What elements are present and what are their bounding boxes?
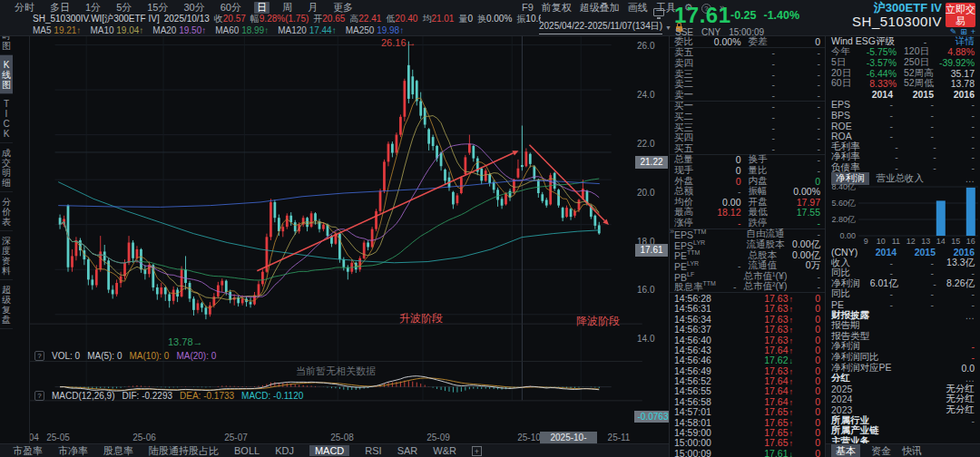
symbol-quote-line: SH_510300IV.WI[沪300ETF IV]2025/10/13收20.…	[33, 14, 541, 24]
ma-legend-MA20: MA20 19.50↑	[152, 25, 206, 35]
vol-legend-item: MA(5): 0	[87, 351, 122, 361]
indicator-tab-市盈率[interactable]: 市盈率	[13, 444, 43, 457]
indicator-tab-SAR[interactable]: SAR	[397, 445, 418, 456]
ma-legend-MA250: MA250 19.98↑	[346, 25, 405, 35]
quote-field-收: 收20.57	[214, 14, 246, 24]
indicator-tab-MACD[interactable]: MACD	[309, 445, 349, 456]
tool-超级叠加[interactable]: 超级叠加	[580, 2, 620, 14]
sidebar-item-K线图[interactable]: K 线 图	[0, 55, 13, 94]
tape-row: 15:00:0017.65↑0	[670, 438, 825, 448]
stat-row: 涨停-跌停-	[670, 218, 825, 228]
bid-ask-ratio-row: 委比0.00%委差0	[670, 36, 825, 47]
capital-stats: EPSTTM自由流通-EPSLYR流通股本0.00亿PETTM总股本0.00亿P…	[670, 229, 825, 294]
svg-text:11: 11	[892, 237, 900, 246]
period-tab-日[interactable]: 日	[254, 2, 270, 14]
profit-bar-chart: 8.40亿5.60亿2.80亿0.00910111213141516	[826, 183, 980, 247]
mini-icons: ✎ ⊞ +	[950, 28, 975, 35]
period-tab-多日[interactable]: 多日	[47, 2, 73, 14]
change-percent: -1.40%	[764, 9, 800, 22]
volume-legend: ?VOL: 0MA(5): 0MA(10): 0MA(20): 0	[34, 350, 216, 361]
info-panel: Wind ESG评级-详情今年-5.75%120日4.88%5日-3.57%25…	[826, 36, 980, 457]
indicator-tab-市净率[interactable]: 市净率	[58, 444, 88, 457]
macd-legend-item: DEA: -0.1733	[180, 391, 234, 401]
add-icon[interactable]: +	[971, 28, 975, 35]
indicator-tab-RSI[interactable]: RSI	[365, 445, 381, 456]
period-tab-分时[interactable]: 分时	[12, 2, 37, 14]
overlay-icon[interactable]: ⊞	[960, 28, 967, 35]
indicator-tab-BOLL[interactable]: BOLL	[234, 445, 260, 456]
indicator-tab-bar: 市盈率市净率股息率陆股通持股占比BOLLKDJMACDRSISARW&R+	[0, 443, 669, 457]
period-tab-30分[interactable]: 30分	[181, 2, 208, 14]
period-tab-15分[interactable]: 15分	[144, 2, 171, 14]
period-tab-5分[interactable]: 5分	[113, 2, 134, 14]
symbol-code: SH_510300IV	[852, 15, 942, 28]
date-range[interactable]: 2025/04/22-2025/11/07(134日)	[539, 20, 662, 34]
annotation-peak: 26.16→	[381, 37, 416, 48]
indicator-tab-KDJ[interactable]: KDJ	[275, 445, 294, 456]
svg-text:2.80亿: 2.80亿	[831, 215, 856, 224]
sell-row: 卖一--	[670, 90, 825, 101]
edit-icon[interactable]: ✎	[950, 28, 957, 35]
tool-画线[interactable]: 画线	[628, 2, 648, 14]
monitor-icon[interactable]	[653, 8, 664, 16]
indicator-tab-股息率[interactable]: 股息率	[103, 444, 133, 457]
cny-row: 同比---	[826, 289, 980, 300]
panel-tab-资金[interactable]: 资金	[871, 444, 891, 457]
date-range-control[interactable]: 2025/04/22-2025/11/07(134日) ▼	[539, 20, 682, 34]
svg-text:13: 13	[921, 237, 930, 246]
macd-legend: ?MACD(12,26,9)DIF: -0.2293DEA: -0.1733MA…	[34, 390, 303, 401]
annotation-uptrend: 升波阶段	[399, 311, 443, 326]
capital-row: 股息率TTM-总市值²(¥)-	[670, 282, 825, 293]
date-tick: 25-05	[43, 433, 74, 442]
trade-now-button[interactable]: 立即交易	[946, 3, 975, 27]
tape-row: 14:56:4617.62↓0	[670, 355, 825, 365]
tape-row: 14:56:5817.64↑0	[670, 396, 825, 406]
info-panel-tabs: 基本资金快讯	[826, 443, 980, 457]
date-tick: 25-08	[327, 433, 358, 442]
help-icon[interactable]: ?	[34, 350, 44, 361]
period-tab-60分[interactable]: 60分	[218, 2, 244, 14]
svg-text:9: 9	[864, 237, 868, 246]
indicator-tab-陆股通持股占比[interactable]: 陆股通持股占比	[149, 444, 219, 457]
tape-row: 14:56:2817.63↑0	[670, 293, 825, 303]
annotation-downtrend: 降波阶段	[576, 314, 620, 329]
period-tab-1分[interactable]: 1分	[83, 2, 103, 14]
tool-F9[interactable]: F9	[522, 2, 534, 14]
tape-row: 15:00:0917.61↓0	[670, 448, 825, 457]
selected-date-box: 2025-10-13(一)	[540, 432, 597, 444]
date-tick: 25-07	[220, 433, 251, 442]
svg-text:0.00: 0.00	[839, 231, 856, 240]
more-icon[interactable]: …	[965, 173, 975, 184]
period-tab-更多[interactable]: 更多	[330, 2, 356, 14]
fin-row: ROE---	[826, 121, 980, 131]
tape-row: 14:56:5517.64↑0	[670, 386, 825, 396]
tape-row: 14:57:0117.65↑0	[670, 407, 825, 417]
exchange-info: SSE CNY 15:00:09	[675, 27, 764, 37]
tape-row: 14:56:4917.63↑0	[670, 365, 825, 375]
help-icon[interactable]: ?	[34, 390, 44, 401]
symbol-block: 沪300ETF IV SH_510300IV	[852, 1, 942, 28]
tape-row: 14:56:5217.64↑0	[670, 375, 825, 385]
sidebar-item-TICK[interactable]: T I C K	[0, 94, 13, 143]
quote-field-均: 均21.01	[422, 14, 454, 24]
period-tab-周[interactable]: 周	[279, 2, 295, 14]
sidebar-item-深度资料[interactable]: 深 度 资 料	[0, 231, 13, 280]
panel-tab-快讯[interactable]: 快讯	[902, 444, 922, 457]
quote-panel: 委比0.00%委差0 卖五--卖四--卖三--卖二--卖一-- 买一--买二--…	[669, 36, 826, 457]
sidebar-item-分价表[interactable]: 分 价 表	[0, 192, 13, 231]
quote-field-低: 低20.40	[386, 14, 417, 24]
panel-tab-基本[interactable]: 基本	[831, 444, 860, 457]
indicator-tab-W&R[interactable]: W&R	[433, 445, 456, 456]
tool-前复权[interactable]: 前复权	[542, 2, 572, 14]
sidebar-item-超级复盘[interactable]: 超 级 复 盘	[0, 280, 13, 329]
add-indicator-button[interactable]: +	[472, 446, 482, 456]
svg-text:5.60亿: 5.60亿	[831, 199, 856, 208]
svg-text:14: 14	[936, 237, 946, 246]
sidebar-item-成交明细[interactable]: 成 交 明 细	[0, 143, 13, 192]
svg-text:12: 12	[906, 237, 916, 246]
expand-icon[interactable]: »	[670, 227, 674, 236]
exchange: SSE	[675, 27, 693, 37]
vol-legend-item: VOL: 0	[52, 351, 80, 361]
period-tab-月[interactable]: 月	[305, 2, 320, 14]
quote-field-量: 量0	[458, 14, 473, 24]
